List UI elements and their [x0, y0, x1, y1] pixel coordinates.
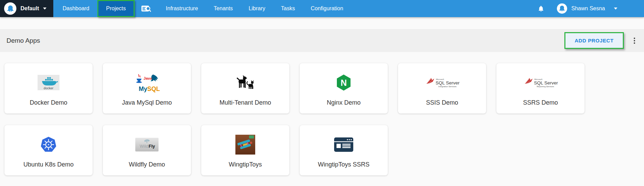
svg-text:Wild: Wild: [140, 144, 148, 149]
nav-item-tenants[interactable]: Tenants: [206, 0, 241, 17]
nav-item-library[interactable]: Library: [241, 0, 273, 17]
project-name: Multi-Tenant Demo: [219, 99, 271, 106]
page-header-actions: ADD PROJECT: [564, 32, 644, 49]
project-name: SSIS Demo: [426, 99, 458, 106]
project-name: Nginx Demo: [327, 99, 360, 106]
java-mysql-logo: Java My SQL: [131, 63, 163, 99]
add-project-button[interactable]: ADD PROJECT: [565, 33, 623, 48]
highlight-box: ADD PROJECT: [564, 32, 624, 49]
svg-text:My: My: [139, 85, 147, 92]
project-card[interactable]: Java My SQL Java MySql Demo: [103, 63, 191, 114]
project-name: SSRS Demo: [523, 99, 558, 106]
project-name: Ubuntu K8s Demo: [23, 161, 73, 168]
dog-cat-silhouette-logo: [234, 63, 256, 99]
user-name[interactable]: Shawn Sesna: [571, 5, 605, 12]
toy-plane-photo: [235, 125, 255, 161]
project-card[interactable]: N Nginx Demo: [300, 63, 388, 114]
kebab-menu-icon[interactable]: [631, 36, 638, 45]
nav-item-configuration[interactable]: Configuration: [303, 0, 351, 17]
project-name: Wildfly Demo: [129, 161, 165, 168]
svg-text:Java: Java: [143, 76, 152, 80]
project-card[interactable]: docker Docker Demo: [4, 63, 93, 114]
svg-text:Fly: Fly: [149, 144, 155, 149]
spacer-strip: [0, 17, 644, 29]
nav-links: Dashboard Projects Infrastructure Tenant…: [55, 0, 351, 17]
page-header: Demo Apps ADD PROJECT: [0, 29, 644, 52]
project-name: Java MySql Demo: [122, 99, 172, 106]
wildfly-logo: Wild Fly: [134, 125, 160, 161]
sql-server-reporting-services-logo: Microsoft SQL Server Reporting Services: [522, 63, 559, 99]
nav-item-label: Infrastructure: [166, 5, 198, 12]
nav-item-projects[interactable]: Projects: [97, 0, 135, 17]
project-card[interactable]: Ubuntu K8s Demo: [4, 125, 93, 175]
project-card[interactable]: Microsoft SQL Server Reporting Services …: [496, 63, 585, 114]
nav-item-label: Projects: [106, 5, 126, 12]
project-card[interactable]: WingtipToys SSRS: [300, 125, 388, 175]
bell-icon[interactable]: [537, 5, 545, 12]
project-name: Docker Demo: [30, 99, 67, 106]
user-avatar[interactable]: [557, 3, 567, 14]
svg-text:SQL Server: SQL Server: [436, 80, 460, 85]
docker-logo: docker: [38, 63, 59, 99]
svg-text:Reporting Services: Reporting Services: [537, 85, 554, 87]
project-card[interactable]: WingtipToys: [201, 125, 289, 175]
nav-item-label: Library: [249, 5, 265, 12]
chevron-down-icon[interactable]: [614, 8, 617, 10]
nav-item-tasks[interactable]: Tasks: [273, 0, 303, 17]
project-card[interactable]: Multi-Tenant Demo: [201, 63, 289, 114]
sql-server-integration-services-logo: Microsoft SQL Server Integration Service…: [424, 63, 461, 99]
svg-text:docker: docker: [44, 86, 54, 90]
nav-item-label: Tenants: [214, 5, 233, 12]
nav-item-infrastructure[interactable]: Infrastructure: [158, 0, 206, 17]
svg-text:N: N: [341, 78, 347, 87]
svg-text:Integration Services: Integration Services: [438, 85, 456, 87]
nav-item-dashboard[interactable]: Dashboard: [55, 0, 97, 17]
project-card[interactable]: Microsoft SQL Server Integration Service…: [398, 63, 486, 114]
project-name: WingtipToys SSRS: [318, 161, 369, 168]
project-card[interactable]: Wild Fly Wildfly Demo: [103, 125, 191, 175]
space-name: Default: [20, 5, 39, 12]
svg-text:SQL Server: SQL Server: [534, 80, 558, 85]
report-browser-icon: [334, 125, 354, 161]
nav-right: Shawn Sesna: [537, 0, 644, 17]
nav-item-label: Configuration: [311, 5, 343, 12]
chevron-down-icon: [43, 8, 46, 10]
nginx-logo: N: [336, 63, 352, 99]
page-title: Demo Apps: [6, 37, 40, 44]
top-nav: Default Dashboard Projects Infrastructur…: [0, 0, 644, 17]
octopus-logo-icon: [4, 2, 16, 15]
project-grid: docker Docker Demo Java My SQL Java MySq…: [0, 52, 644, 175]
project-name: WingtipToys: [229, 161, 262, 168]
svg-text:SQL: SQL: [147, 85, 160, 92]
search-icon[interactable]: [135, 0, 158, 17]
nav-item-label: Dashboard: [63, 5, 89, 12]
kubernetes-logo: [40, 125, 57, 161]
nav-item-label: Tasks: [281, 5, 295, 12]
space-switcher[interactable]: Default: [0, 0, 53, 17]
